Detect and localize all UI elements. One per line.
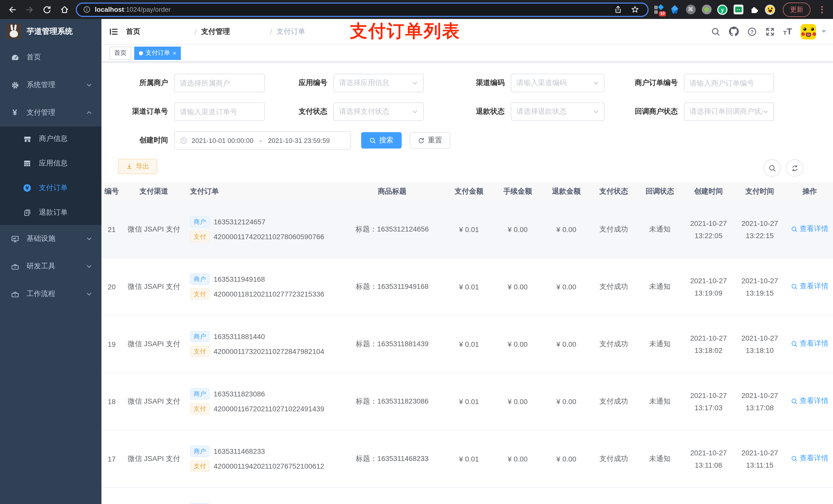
merchant-order-no: 1635311881440 <box>214 333 265 341</box>
address-bar[interactable]: localhost:1024/pay/order <box>76 2 648 17</box>
view-detail-link[interactable]: 查看详情 <box>791 282 828 291</box>
browser-reload-button[interactable] <box>40 2 54 17</box>
share-icon[interactable] <box>614 5 622 14</box>
pay-order-no: 4200001181202110277723215336 <box>214 290 324 298</box>
notify-status-select[interactable]: 请选择订单回调商户状态 <box>684 102 774 121</box>
search-button[interactable]: 搜索 <box>361 132 402 148</box>
sidebar-item-label: 应用信息 <box>39 159 68 168</box>
extension-recorder-icon[interactable] <box>701 4 712 15</box>
sidebar-item-dev-tools[interactable]: 研发工具 <box>0 253 101 280</box>
tag-pay-order[interactable]: 支付订单 × <box>134 46 181 60</box>
briefcase-icon <box>10 290 20 298</box>
extension-badge: 10 <box>659 11 666 16</box>
avatar-caret-icon[interactable] <box>822 30 826 33</box>
breadcrumb-payment[interactable]: 支付管理 <box>201 27 265 36</box>
merchant-input[interactable] <box>174 74 265 92</box>
merchant-tag: 商户 <box>190 503 210 504</box>
shop-icon <box>23 135 32 143</box>
channel-order-no-field[interactable] <box>180 107 259 116</box>
breadcrumb-home[interactable]: 首页 <box>126 27 190 36</box>
sidebar-item-pay-order[interactable]: ¥ 支付订单 <box>0 176 101 200</box>
sidebar-item-refund-order[interactable]: 退款订单 <box>0 200 101 225</box>
sidebar-item-payment[interactable]: ¥ 支付管理 <box>0 99 101 126</box>
sidebar-item-system[interactable]: 系统管理 <box>0 71 101 99</box>
chevron-down-icon <box>763 109 768 115</box>
browser-update-button[interactable]: 更新 <box>783 2 810 17</box>
table-row: 19 微信 JSAPI 支付 商户1635311881440 支付4200001… <box>101 315 833 373</box>
merchant-order-no: 1635311468233 <box>214 448 265 456</box>
extension-y-icon[interactable]: y <box>717 4 728 15</box>
logo-image <box>6 24 22 39</box>
orders-table: 编号 支付渠道 支付订单 商品标题 支付金额 手续金额 退款金额 支付状态 回调… <box>101 182 833 504</box>
channel-code-select[interactable]: 请输入渠道编码 <box>511 74 604 92</box>
extensions-area: 10 ⌘ y 更新 <box>654 2 828 17</box>
sidebar: 芋道管理系统 首页 系统管理 ¥ 支付管理 <box>0 19 101 504</box>
channel-order-no-input[interactable] <box>174 102 265 121</box>
view-detail-link[interactable]: 查看详情 <box>791 397 828 406</box>
merchant-input-field[interactable] <box>180 79 259 87</box>
tags-view: 首页 支付订单 × <box>101 45 833 62</box>
browser-forward-button[interactable] <box>23 2 37 17</box>
sidebar-item-label: 研发工具 <box>27 262 55 271</box>
extension-kite-icon[interactable] <box>670 4 680 15</box>
sidebar-item-label: 首页 <box>27 53 41 62</box>
sidebar-item-merchant-info[interactable]: 商户信息 <box>0 126 101 151</box>
filter-label: 渠道订单号 <box>101 107 174 116</box>
pay-tag: 支付 <box>190 231 210 242</box>
refresh-table-button[interactable] <box>786 159 803 177</box>
app-select[interactable]: 请选择应用信息 <box>334 74 424 92</box>
search-icon <box>791 283 798 290</box>
monitor-icon <box>10 234 20 243</box>
close-icon[interactable]: × <box>173 49 176 56</box>
extension-tab-manager-icon[interactable]: 10 <box>654 4 664 15</box>
toggle-search-button[interactable] <box>763 159 781 177</box>
extensions-puzzle-icon[interactable] <box>749 4 759 15</box>
pay-status-select[interactable]: 请选择支付状态 <box>334 102 424 121</box>
export-button[interactable]: 导出 <box>118 159 157 174</box>
user-avatar[interactable] <box>801 24 816 39</box>
profile-emoji-icon[interactable] <box>765 4 775 15</box>
pay-order-no: 4200001174202110278060590766 <box>214 233 324 241</box>
chevron-down-icon <box>86 82 92 88</box>
merchant-order-no-input[interactable] <box>684 74 774 92</box>
help-icon[interactable]: ? <box>747 27 757 36</box>
top-navbar: 首页 / 支付管理 / 支付订单 ? <box>101 19 833 45</box>
fullscreen-icon[interactable] <box>765 27 775 36</box>
documents-icon <box>23 209 32 217</box>
hamburger-icon[interactable] <box>109 26 119 37</box>
refund-status-select[interactable]: 请选择退款状态 <box>511 102 604 121</box>
extension-command-icon[interactable]: ⌘ <box>686 4 696 15</box>
sidebar-item-infrastructure[interactable]: 基础设施 <box>0 225 101 253</box>
extension-chat-icon[interactable] <box>733 4 743 15</box>
font-size-icon[interactable]: TT <box>783 27 792 36</box>
sidebar-item-home[interactable]: 首页 <box>0 44 101 71</box>
url-text: localhost:1024/pay/order <box>95 6 171 13</box>
sidebar-item-workflow[interactable]: 工作流程 <box>0 280 101 308</box>
search-icon <box>791 341 798 347</box>
browser-menu-icon[interactable] <box>819 6 825 13</box>
view-detail-link[interactable]: 查看详情 <box>791 224 828 234</box>
chevron-down-icon <box>593 109 599 115</box>
site-info-icon[interactable] <box>83 6 91 13</box>
github-icon[interactable] <box>729 27 739 37</box>
app-logo[interactable]: 芋道管理系统 <box>0 19 101 44</box>
bookmark-star-icon[interactable] <box>630 5 639 14</box>
filter-label: 支付状态 <box>265 107 334 116</box>
view-detail-link[interactable]: 查看详情 <box>791 339 828 349</box>
create-time-range-picker[interactable]: 2021-10-01 00:00:00 - 2021-10-31 23:59:5… <box>174 131 351 149</box>
sidebar-item-app-info[interactable]: 应用信息 <box>0 151 101 176</box>
filter-row-2: 渠道订单号 支付状态 请选择支付状态 退款状态 请选择退款状态 回调商户状态 请… <box>101 97 833 126</box>
merchant-tag: 商户 <box>190 446 210 457</box>
merchant-order-no-field[interactable] <box>690 79 768 87</box>
browser-home-button[interactable] <box>57 2 72 17</box>
view-detail-link[interactable]: 查看详情 <box>791 454 828 463</box>
table-row: 商户1635311451796 支付 <box>101 488 833 504</box>
yen-icon: ¥ <box>13 108 17 117</box>
home-icon <box>60 5 69 14</box>
browser-back-button[interactable] <box>5 2 20 17</box>
reset-button[interactable]: 重置 <box>410 132 450 148</box>
tag-home[interactable]: 首页 <box>110 46 131 60</box>
refresh-icon <box>418 137 425 144</box>
header-search-icon[interactable] <box>711 27 720 36</box>
filter-label: 应用编号 <box>265 78 334 88</box>
